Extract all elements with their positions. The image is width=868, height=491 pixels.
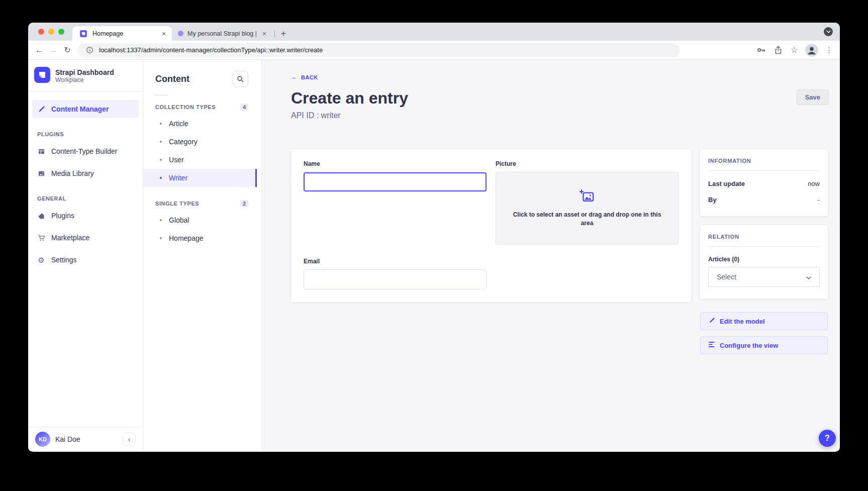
count-badge: 2 [240,200,248,207]
info-row-by: By - [708,196,820,204]
tab-search-button[interactable] [824,27,833,36]
toolbar-actions: ☆ ⋮ [756,44,833,57]
save-button[interactable]: Save [797,89,829,105]
browser-back-button[interactable]: ← [32,46,46,55]
bullet-icon [160,237,162,239]
sidebar-section-general: GENERAL [32,186,139,207]
information-title: INFORMATION [708,158,820,164]
picture-icon [37,169,45,177]
add-picture-icon [580,189,595,205]
sidebar-item-label: Media Library [51,169,94,177]
name-input[interactable] [304,172,487,191]
divider [708,170,820,171]
brand-subtitle: Workplace [55,76,114,83]
back-link[interactable]: ← BACK [291,73,318,81]
minimize-window-button[interactable] [48,29,54,35]
sidebar-item-label: Plugins [51,212,74,220]
subnav-section-collection-types: COLLECTION TYPES 4 [143,97,261,115]
content-subnav: Content COLLECTION TYPES 4 Article Categ… [143,60,262,451]
sidebar-item-label: Settings [51,256,77,264]
subnav-item-user[interactable]: User [143,151,261,169]
subnav-item-global[interactable]: Global [143,211,261,229]
sidebar-item-content-type-builder[interactable]: Content-Type Builder [32,142,139,160]
address-bar[interactable]: localhost:1337/admin/content-manager/col… [77,43,680,57]
sidebar-item-label: Content-Type Builder [51,147,118,155]
info-row-last-update: Last update now [708,180,820,187]
bullet-icon [160,141,162,143]
tab-close-icon[interactable]: × [260,30,268,38]
name-field: Name [304,160,487,245]
tab-separator [274,30,275,37]
share-icon[interactable] [774,45,784,55]
bullet-icon [160,177,162,179]
divider [708,246,820,247]
user-avatar[interactable]: KD [35,432,50,447]
page-info-icon[interactable] [84,45,94,55]
subnav-item-writer[interactable]: Writer [143,169,257,187]
main-sidebar: Strapi Dashboard Workplace Content Manag… [28,60,143,451]
email-label: Email [304,258,487,265]
sidebar-item-media-library[interactable]: Media Library [32,164,139,182]
subnav-item-article[interactable]: Article [143,115,261,133]
picture-label: Picture [496,160,679,167]
sidebar-item-label: Content Manager [51,105,109,113]
articles-select[interactable]: Select [708,267,820,287]
puzzle-icon [37,212,45,220]
help-button[interactable]: ? [819,430,836,447]
url-text: localhost:1337/admin/content-manager/col… [99,46,323,54]
purple-dot-favicon-icon [178,31,183,36]
page-title: Create an entry [291,88,840,108]
user-name: Kai Doe [55,435,80,443]
sidebar-item-plugins[interactable]: Plugins [32,207,139,225]
email-field: Email [304,258,487,289]
brand-title: Strapi Dashboard [55,68,114,77]
search-button[interactable] [232,71,248,87]
browser-menu-icon[interactable]: ⋮ [825,46,833,55]
password-key-icon[interactable] [756,45,766,55]
sidebar-item-settings[interactable]: ⚙ Settings [32,251,139,269]
entry-content: Name Picture Click to select an asset or… [291,149,828,354]
traffic-lights [28,29,72,35]
select-value: Select [717,273,736,281]
list-layout-icon [709,341,715,349]
tab-close-icon[interactable]: × [160,30,168,38]
cart-icon [37,234,45,242]
zoom-window-button[interactable] [58,29,64,35]
email-input[interactable] [304,269,487,289]
bullet-icon [160,219,162,221]
close-window-button[interactable] [38,29,44,35]
edit-model-button[interactable]: Edit the model [700,312,828,330]
tab-title: My personal Strapi blog | Strap [187,30,256,37]
subnav-item-category[interactable]: Category [143,133,261,151]
configure-view-button[interactable]: Configure the view [700,336,828,354]
browser-toolbar: ← → ↻ localhost:1337/admin/content-manag… [28,41,840,60]
bullet-icon [160,159,162,161]
sidebar-nav: Content Manager PLUGINS Content-Type Bui… [28,92,143,273]
main-content: ← BACK Create an entry API ID : writer S… [262,60,840,451]
new-tab-button[interactable]: + [277,29,290,39]
subnav-title: Content [155,74,189,84]
browser-forward-button[interactable]: → [46,46,60,55]
entry-form-panel: Name Picture Click to select an asset or… [291,149,691,302]
bookmark-star-icon[interactable]: ☆ [791,45,798,55]
tabs: Homepage × My personal Strapi blog | Str… [72,26,290,41]
brand: Strapi Dashboard Workplace [28,60,143,91]
bullet-icon [160,123,162,125]
layout-icon [37,147,45,155]
api-id-subtitle: API ID : writer [291,111,840,120]
sidebar-footer: KD Kai Doe ‹ [28,427,143,451]
sidebar-item-marketplace[interactable]: Marketplace [32,229,139,247]
subnav-section-single-types: SINGLE TYPES 2 [143,194,261,211]
subnav-item-homepage[interactable]: Homepage [143,229,261,247]
strapi-favicon-icon [78,29,88,39]
tab-homepage[interactable]: Homepage × [72,26,172,41]
collapse-sidebar-button[interactable]: ‹ [123,433,136,446]
browser-reload-button[interactable]: ↻ [60,45,74,55]
name-label: Name [304,160,487,167]
picture-dropzone[interactable]: Click to select an asset or drag and dro… [496,172,679,245]
tab-strapi-blog[interactable]: My personal Strapi blog | Strap × [172,30,272,38]
browser-profile-avatar[interactable] [805,44,818,57]
strapi-logo-icon [34,67,50,85]
sidebar-item-content-manager[interactable]: Content Manager [32,100,139,118]
articles-relation-label: Articles (0) [708,256,820,263]
